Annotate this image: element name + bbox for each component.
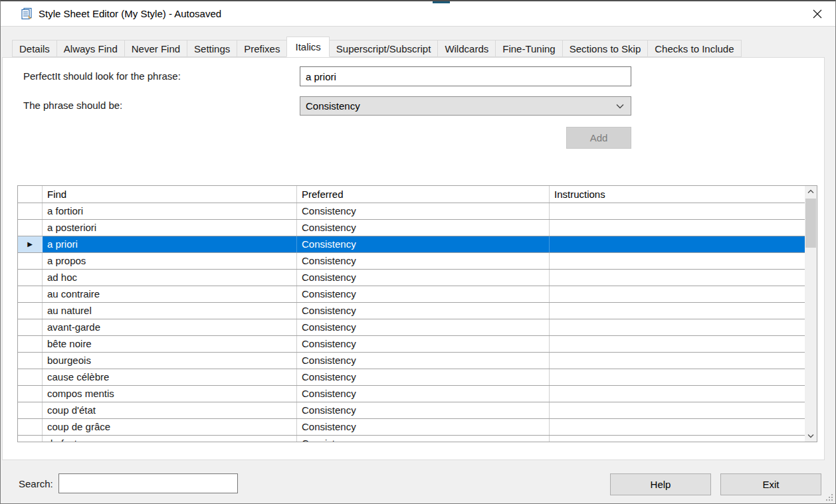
tab-strip: DetailsAlways FindNever FindSettingsPref… [12, 37, 741, 57]
row-selector-cell[interactable] [18, 220, 43, 236]
cell-preferred: Consistency [297, 369, 550, 385]
row-selector-cell[interactable] [18, 369, 43, 385]
tab-italics[interactable]: Italics [286, 37, 329, 57]
row-selector-cell[interactable] [18, 303, 43, 319]
table-row[interactable]: a posterioriConsistency [18, 220, 806, 236]
table-row[interactable]: coup d'étatConsistency [18, 402, 806, 419]
tab-sections-to-skip[interactable]: Sections to Skip [562, 40, 649, 57]
cell-find: a propos [43, 253, 297, 269]
tab-prefixes[interactable]: Prefixes [237, 40, 287, 57]
column-header-instructions[interactable]: Instructions [550, 186, 806, 203]
scrollbar-thumb[interactable] [805, 199, 816, 248]
window-title: Style Sheet Editor (My Style) - Autosave… [39, 1, 221, 27]
table-row[interactable]: au contraireConsistency [18, 286, 806, 303]
row-selector-header-cell [18, 186, 43, 203]
cell-instructions [550, 336, 806, 352]
cell-preferred: Consistency [297, 253, 550, 269]
close-icon [813, 9, 822, 19]
tab-settings[interactable]: Settings [187, 40, 237, 57]
scroll-down-button[interactable] [805, 430, 817, 442]
resize-grip-icon[interactable] [825, 493, 833, 501]
cell-preferred: Consistency [297, 303, 550, 319]
tab-details[interactable]: Details [12, 40, 57, 57]
chevron-down-icon [807, 434, 814, 438]
row-selector-cell[interactable] [18, 319, 43, 335]
tab-fine-tuning[interactable]: Fine-Tuning [495, 40, 562, 57]
table-row[interactable]: cause célèbreConsistency [18, 369, 806, 386]
table-row[interactable]: bourgeoisConsistency [18, 353, 806, 369]
tab-checks-to-include[interactable]: Checks to Include [647, 40, 741, 57]
phrase-type-label: The phrase should be: [23, 100, 122, 111]
exit-button[interactable]: Exit [720, 473, 821, 495]
cell-instructions [550, 236, 806, 252]
table-row[interactable]: ▶a prioriConsistency [18, 236, 806, 253]
title-bar: Style Sheet Editor (My Style) - Autosave… [1, 1, 835, 27]
cell-preferred: Consistency [297, 286, 550, 302]
row-selector-cell[interactable] [18, 353, 43, 369]
tab-superscript-subscript[interactable]: Superscript/Subscript [329, 40, 439, 57]
row-selector-cell[interactable] [18, 419, 43, 435]
table-row[interactable]: a fortioriConsistency [18, 203, 806, 220]
row-selector-cell[interactable] [18, 286, 43, 302]
cell-preferred: Consistency [297, 236, 550, 252]
table-row[interactable]: bête noireConsistency [18, 336, 806, 353]
cell-preferred: Consistency [297, 436, 550, 442]
table-row[interactable]: au naturelConsistency [18, 303, 806, 319]
cell-find: coup de grâce [43, 419, 297, 435]
column-header-find[interactable]: Find [43, 186, 297, 203]
search-label: Search: [19, 478, 53, 489]
phrase-type-value: Consistency [306, 100, 360, 112]
row-selector-cell[interactable] [18, 436, 43, 442]
cell-find: au contraire [43, 286, 297, 302]
cell-preferred: Consistency [297, 402, 550, 418]
cell-instructions [550, 270, 806, 286]
cell-instructions [550, 436, 806, 442]
row-selector-cell[interactable] [18, 336, 43, 352]
scroll-up-button[interactable] [805, 186, 817, 197]
cell-preferred: Consistency [297, 353, 550, 369]
cell-instructions [550, 253, 806, 269]
close-button[interactable] [806, 4, 829, 24]
cell-preferred: Consistency [297, 419, 550, 435]
cell-instructions [550, 286, 806, 302]
tab-always-find[interactable]: Always Find [56, 40, 125, 57]
phrase-input[interactable] [300, 66, 631, 86]
table-row[interactable]: ad hocConsistency [18, 270, 806, 286]
cell-preferred: Consistency [297, 336, 550, 352]
row-selector-cell[interactable] [18, 270, 43, 286]
cell-preferred: Consistency [297, 386, 550, 402]
cell-find: ad hoc [43, 270, 297, 286]
row-selector-cell[interactable] [18, 253, 43, 269]
row-pointer-icon: ▶ [27, 236, 33, 252]
cell-find: a posteriori [43, 220, 297, 236]
cell-find: au naturel [43, 303, 297, 319]
row-selector-cell[interactable] [18, 402, 43, 418]
tab-wildcards[interactable]: Wildcards [437, 40, 496, 57]
row-selector-cell[interactable] [18, 386, 43, 402]
table-row[interactable]: coup de grâceConsistency [18, 419, 806, 436]
add-button[interactable]: Add [566, 127, 631, 149]
chevron-down-icon [616, 104, 624, 109]
table-header-row: Find Preferred Instructions [18, 186, 806, 203]
phrase-type-dropdown[interactable]: Consistency [300, 96, 631, 116]
window-top-accent-fragment [433, 1, 450, 3]
table-scrollbar[interactable] [805, 186, 817, 442]
column-header-preferred[interactable]: Preferred [297, 186, 550, 203]
table-row[interactable]: a proposConsistency [18, 253, 806, 270]
search-input[interactable] [58, 473, 238, 493]
table-row[interactable]: avant-gardeConsistency [18, 319, 806, 336]
cell-find: cause célèbre [43, 369, 297, 385]
cell-preferred: Consistency [297, 319, 550, 335]
table-row[interactable]: de factoConsistency [18, 436, 806, 442]
cell-instructions [550, 353, 806, 369]
help-button[interactable]: Help [610, 473, 711, 495]
row-selector-cell[interactable]: ▶ [18, 236, 43, 252]
table-row[interactable]: compos mentisConsistency [18, 386, 806, 402]
cell-find: bête noire [43, 336, 297, 352]
row-selector-cell[interactable] [18, 203, 43, 219]
cell-preferred: Consistency [297, 270, 550, 286]
cell-find: a priori [43, 236, 297, 252]
cell-instructions [550, 402, 806, 418]
tab-never-find[interactable]: Never Find [124, 40, 187, 57]
cell-instructions [550, 369, 806, 385]
